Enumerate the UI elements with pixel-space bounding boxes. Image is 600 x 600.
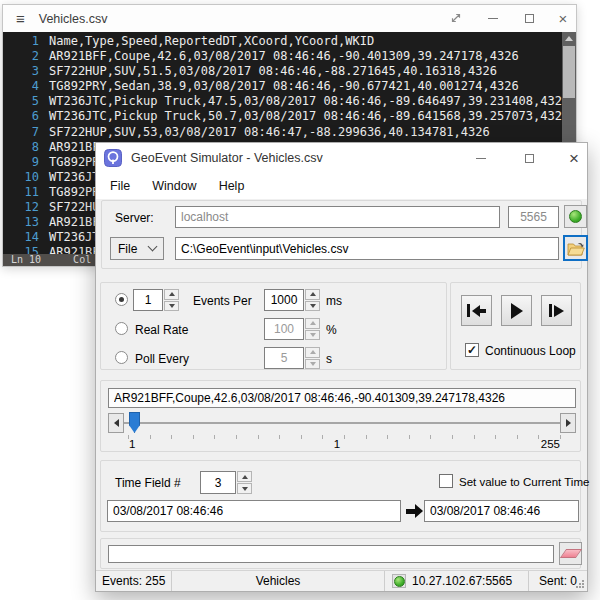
spinner-up-icon[interactable] <box>164 289 179 300</box>
line-number: 11 <box>3 185 39 200</box>
menu-bar: File Window Help <box>96 173 587 199</box>
arrow-left-icon <box>114 419 119 427</box>
spinner-down-icon[interactable] <box>305 301 320 312</box>
line-number: 2 <box>3 49 39 64</box>
events-per-radio[interactable] <box>115 293 128 306</box>
slider-track[interactable] <box>124 422 560 424</box>
step-icon <box>549 304 552 317</box>
real-rate-label: Real Rate <box>135 323 188 337</box>
poll-every-radio[interactable] <box>115 351 128 364</box>
line-text: SF722HU <box>49 200 100 215</box>
set-current-time-checkbox[interactable] <box>439 474 453 488</box>
events-per-label: Events Per <box>193 294 252 308</box>
line-text: AR921BF <box>49 245 100 254</box>
server-host-input[interactable] <box>175 206 500 228</box>
time-group: Time Field # 3 Set value to Current Time <box>100 460 581 532</box>
hamburger-menu-icon[interactable]: ≡ <box>16 11 25 26</box>
line-text: Name,Type,Speed,ReportedDT,XCoord,YCoord… <box>49 34 374 49</box>
close-icon[interactable]: × <box>562 149 586 167</box>
slider-thumb[interactable] <box>129 412 140 433</box>
csv-line: 6WT236JTC,Pickup Truck,50.7,03/08/2017 0… <box>3 109 562 124</box>
line-number: 9 <box>3 155 39 170</box>
line-text: WT236JT <box>49 230 100 245</box>
real-rate-radio[interactable] <box>115 322 128 335</box>
line-number: 4 <box>3 79 39 94</box>
expand-icon[interactable] <box>447 9 465 27</box>
sent-count: Sent: 0 <box>539 574 577 588</box>
line-number: 6 <box>3 109 39 124</box>
server-group: Server: File <box>101 200 582 269</box>
connection-status-icon <box>569 210 582 223</box>
line-text: SF722HUP,SUV,53,03/08/2017 08:46:47,-88.… <box>49 125 490 140</box>
line-text: AR921BF <box>49 140 100 155</box>
current-record-input[interactable] <box>108 388 576 408</box>
maximize-icon[interactable] <box>520 9 538 27</box>
line-text: AR921BF <box>49 215 100 230</box>
line-text: AR921BFF,Coupe,42.6,03/08/2017 08:46:46,… <box>49 49 519 64</box>
spinner-up-icon[interactable] <box>305 318 320 329</box>
spinner-up-icon[interactable] <box>305 289 320 300</box>
line-number: 10 <box>3 170 39 185</box>
real-rate-value[interactable]: 100 <box>264 318 304 340</box>
source-type-dropdown[interactable]: File <box>110 237 164 260</box>
line-number: 15 <box>3 245 39 254</box>
spinner-down-icon[interactable] <box>237 483 252 494</box>
editor-titlebar: ≡ Vehicles.csv × <box>3 5 576 32</box>
line-number: 3 <box>3 64 39 79</box>
line-text: WT236JTC,Pickup Truck,50.7,03/08/2017 08… <box>49 109 562 124</box>
time-field-value[interactable]: 3 <box>200 471 236 494</box>
scrollbar-thumb[interactable] <box>563 46 575 98</box>
spinner-up-icon[interactable] <box>237 471 252 482</box>
menu-window[interactable]: Window <box>141 175 207 197</box>
real-rate-spinner: 100 <box>264 318 320 340</box>
endpoint-segment: 10.27.102.67:5565 <box>385 571 529 591</box>
column-indicator: Col <box>73 254 91 266</box>
csv-line: 3SF722HUP,SUV,51.5,03/08/2017 08:46:46,-… <box>3 64 562 79</box>
skip-to-start-button[interactable] <box>461 295 492 326</box>
status-bar: Events: 255 Vehicles 10.27.102.67:5565 S… <box>96 570 587 591</box>
close-icon[interactable]: × <box>554 9 572 27</box>
continuous-loop-label: Continuous Loop <box>485 344 576 358</box>
line-text: TG892PR <box>49 155 100 170</box>
slider-max-label: 255 <box>534 438 560 450</box>
percent-unit-label: % <box>326 323 337 337</box>
spinner-down-icon[interactable] <box>305 359 320 370</box>
endpoint-address: 10.27.102.67:5565 <box>412 574 512 588</box>
slider-right-button[interactable] <box>560 413 576 433</box>
spinner-down-icon[interactable] <box>164 301 179 312</box>
poll-value[interactable]: 5 <box>264 347 304 369</box>
browse-file-button[interactable] <box>563 235 588 261</box>
message-log-input[interactable] <box>108 545 554 563</box>
csv-line: 2AR921BFF,Coupe,42.6,03/08/2017 08:46:46… <box>3 49 562 64</box>
connect-button[interactable] <box>564 205 587 228</box>
source-type-value: File <box>118 242 137 256</box>
slider-left-button[interactable] <box>108 413 124 433</box>
spinner-up-icon[interactable] <box>305 347 320 358</box>
clear-log-button[interactable] <box>559 542 582 565</box>
line-number: 1 <box>3 34 39 49</box>
events-interval-spinner: 1000 <box>264 289 320 311</box>
events-count-value[interactable]: 1 <box>133 289 163 311</box>
resize-grip[interactable] <box>575 579 585 589</box>
time-from-input[interactable] <box>107 500 401 522</box>
continuous-loop-checkbox[interactable] <box>465 343 479 357</box>
editor-title: Vehicles.csv <box>39 12 108 26</box>
spinner-down-icon[interactable] <box>305 330 320 341</box>
minimize-icon[interactable] <box>484 9 502 27</box>
events-interval-value[interactable]: 1000 <box>264 289 304 311</box>
line-number: 14 <box>3 230 39 245</box>
server-port-input[interactable] <box>508 206 559 228</box>
rate-group: 1 Events Per 1000 ms Real Rate 100 % <box>100 282 447 370</box>
maximize-icon[interactable] <box>517 149 541 167</box>
step-button[interactable] <box>541 295 572 326</box>
scroll-up-icon[interactable] <box>565 36 573 41</box>
time-to-input[interactable] <box>424 500 579 522</box>
feed-name-segment: Vehicles <box>172 571 385 591</box>
play-button[interactable] <box>501 295 532 326</box>
menu-help[interactable]: Help <box>208 175 256 197</box>
file-path-input[interactable] <box>175 237 559 260</box>
minimize-icon[interactable] <box>469 149 493 167</box>
ms-unit-label: ms <box>326 294 342 308</box>
menu-file[interactable]: File <box>99 175 141 197</box>
arrow-right-icon <box>566 419 571 427</box>
